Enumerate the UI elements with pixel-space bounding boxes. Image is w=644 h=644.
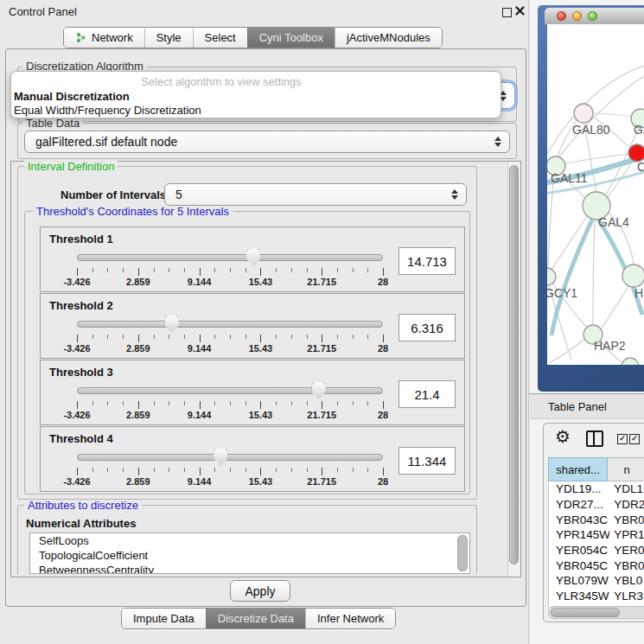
threshold-1-value-field[interactable] [399,247,456,275]
node-label-partial-right: GA [634,123,644,137]
top-tab-bar: Network Style Select Cyni Toolbox jActiv… [63,27,443,48]
numerical-attributes-label: Numerical Attributes [26,517,136,530]
threshold-1-label: Threshold 1 [49,233,113,245]
network-graph: GAL80 GA C GAL11 GAL4 GCY1 H HAP2 [547,24,644,365]
dropdown-option-manual[interactable]: Manual Discretization [14,90,130,103]
network-canvas[interactable]: GAL80 GA C GAL11 GAL4 GCY1 H HAP2 [547,24,644,365]
list-item[interactable]: TopologicalCoefficient [30,548,469,563]
slider-track[interactable] [77,387,383,394]
slider-track[interactable] [77,454,383,461]
slider-thumb[interactable] [214,449,227,466]
control-panel-window: Control Panel Network Style Select Cyni … [0,0,529,644]
chevron-updown-icon [451,189,458,200]
apply-button[interactable]: Apply [230,580,290,602]
tab-infer-network[interactable]: Infer Network [305,609,395,628]
slider-thumb[interactable] [246,249,260,266]
column-header-name[interactable]: n [608,457,644,481]
node-label-hap2: HAP2 [594,339,626,353]
tab-style[interactable]: Style [144,28,193,48]
vertical-scrollbar-thumb[interactable] [509,165,519,564]
dropdown-option-equal-width[interactable]: Equal Width/Frequency Discretization [14,104,201,117]
number-of-intervals-combobox[interactable]: 5 [164,183,467,206]
threshold-4-label: Threshold 4 [49,432,113,445]
dropdown-hint: Select algorithm to view settings [11,75,431,88]
node-red[interactable] [628,144,644,162]
threshold-3-value-field[interactable] [399,380,456,408]
gear-icon[interactable]: ⚙ [555,428,571,445]
slider-track[interactable] [77,321,383,328]
list-item[interactable]: BetweennessCentrality [30,563,469,574]
close-icon[interactable] [515,5,526,17]
horizontal-scrollbar[interactable] [548,606,644,619]
slider-track[interactable] [77,254,383,261]
tab-label: Network [92,31,133,44]
table-row[interactable]: YBR043CYBR0 [549,512,644,527]
algorithm-dropdown-popup: Select algorithm to view settings Manual… [10,71,501,118]
node-right-mid[interactable] [622,265,644,287]
threshold-4-slider[interactable]: -3.426 2.859 9.144 15.43 21.715 28 [77,448,383,488]
threshold-2-value-field[interactable] [399,314,456,341]
node-label-gal4: GAL4 [598,215,629,229]
checkbox-icon[interactable]: ✓ [629,434,640,444]
node-label-gcy1: GCY1 [547,286,577,300]
list-item[interactable]: SelfLoops [30,533,469,548]
slider-thumb[interactable] [312,382,326,399]
threshold-3-slider[interactable]: -3.426 2.859 9.144 15.43 21.715 28 [77,381,383,421]
node-label-partial-h: H [634,286,643,300]
mac-close-button[interactable] [557,11,566,21]
table-data-title: Table Data [22,118,83,129]
mac-minimize-button[interactable] [572,11,582,21]
slider-thumb[interactable] [165,316,179,333]
list-scrollbar-thumb[interactable] [457,535,468,571]
table-row[interactable]: YDR27...YDR2 [549,497,644,513]
node-label-partial-c: C [637,160,644,174]
threshold-1-panel: Threshold 1 -3.426 2.859 9.144 15.43 21.… [40,226,465,292]
threshold-2-label: Threshold 2 [49,299,113,312]
network-tab-icon [75,32,86,43]
node-gal80[interactable] [574,104,593,123]
threshold-2-slider[interactable]: -3.426 2.859 9.144 15.43 21.715 28 [77,315,383,354]
float-window-icon[interactable] [502,8,512,17]
network-window-titlebar[interactable] [545,8,644,25]
table-row[interactable]: YPR145WYPR1 [549,527,644,543]
attributes-group-title: Attributes to discretize [24,500,142,511]
table-data-combobox[interactable]: galFiltered.sif default node [24,131,510,153]
node-gcy1[interactable] [547,268,556,285]
tab-impute-data[interactable]: Impute Data [122,609,206,628]
number-of-intervals-label: Number of Intervals [61,188,166,201]
mac-zoom-button[interactable] [588,11,597,21]
threshold-4-value-field[interactable] [399,447,456,475]
table-header-row: shared... n [548,457,644,481]
tab-discretize-data[interactable]: Discretize Data [206,609,305,628]
table-row[interactable]: YBR045CYBR0 [549,558,644,573]
thresholds-group-title: Threshold's Coordinates for 5 Intervals [33,206,233,217]
table-panel-window: ⚙ ✓ ✓ shared... n YDL19...YDL1 YDR27...Y… [543,423,644,622]
table-row[interactable]: YBL079WYBL0 [549,573,644,589]
numerical-attributes-list: SelfLoops TopologicalCoefficient Between… [29,532,470,574]
node-label-gal80: GAL80 [572,123,610,137]
split-pane-icon[interactable] [586,430,603,447]
horizontal-scrollbar-thumb[interactable] [551,608,620,617]
table-row[interactable]: YER054CYER0 [549,543,644,558]
column-header-shared-name[interactable]: shared... [548,457,608,481]
number-of-intervals-value: 5 [175,188,182,201]
node-bottom[interactable] [622,358,639,365]
table-row[interactable]: YDL19...YDL1 [549,481,644,497]
table-row[interactable]: YLR345WYLR3 [549,589,644,604]
vertical-scrollbar[interactable] [507,162,520,577]
network-view-window: GAL80 GA C GAL11 GAL4 GCY1 H HAP2 [538,5,644,392]
table-panel-header: Table Panel [529,393,644,419]
chevron-updown-icon [494,137,501,147]
checkbox-icon[interactable]: ✓ [617,434,628,444]
window-title: Control Panel [9,5,77,18]
bottom-tab-bar: Impute Data Discretize Data Infer Networ… [121,608,396,629]
threshold-1-slider[interactable]: -3.426 2.859 9.144 15.43 21.715 28 [77,248,383,288]
table-panel-title: Table Panel [548,400,607,413]
application-root: Control Panel Network Style Select Cyni … [0,0,644,644]
tab-network[interactable]: Network [64,28,144,48]
tab-cyni-toolbox[interactable]: Cyni Toolbox [247,28,335,48]
threshold-3-label: Threshold 3 [49,366,113,379]
threshold-2-panel: Threshold 2 -3.426 2.859 9.144 15.43 21.… [40,293,465,359]
tab-jactivemnodules[interactable]: jActiveMNodules [335,28,442,48]
tab-select[interactable]: Select [193,28,247,48]
